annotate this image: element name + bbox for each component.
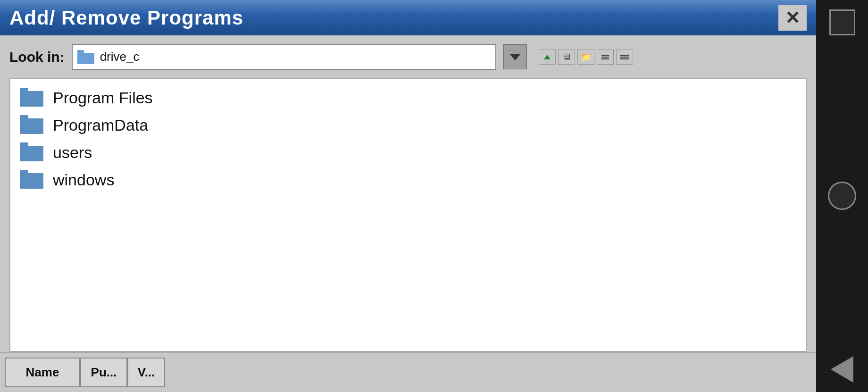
toolbar-icons: 🖥 📁 (539, 50, 633, 65)
new-folder-button[interactable]: 📁 (577, 50, 594, 65)
toolbar: Look in: drive_c (0, 35, 816, 78)
details-view-button[interactable] (616, 50, 633, 65)
up-arrow-icon (544, 55, 551, 59)
file-list[interactable]: Program Files ProgramData users (9, 78, 807, 352)
folder-name: ProgramData (53, 116, 148, 134)
list-item[interactable]: users (10, 139, 806, 166)
folder-name: users (53, 143, 92, 162)
desktop-button[interactable]: 🖥 (558, 50, 575, 65)
folder-icon (20, 115, 44, 135)
list-item[interactable]: windows (10, 166, 806, 193)
back-button[interactable] (831, 356, 853, 383)
folder-name: windows (53, 171, 114, 189)
look-in-label: Look in: (9, 49, 65, 65)
list-item[interactable]: ProgramData (10, 111, 806, 139)
dropdown-arrow-icon (509, 54, 521, 60)
list-view-icon (601, 55, 609, 59)
dropdown-arrow-button[interactable] (503, 44, 527, 69)
new-folder-icon: 📁 (581, 52, 591, 62)
square-button[interactable] (829, 9, 855, 35)
details-view-icon (620, 55, 629, 59)
up-folder-button[interactable] (539, 50, 556, 65)
status-bar: Name Pu... V... (0, 352, 816, 392)
col-name[interactable]: Name (5, 358, 80, 387)
title-bar: Add/ Remove Programs ✕ (0, 0, 816, 35)
dialog-wrapper: Add/ Remove Programs ✕ Look in: drive_c (0, 0, 868, 392)
add-remove-programs-dialog: Add/ Remove Programs ✕ Look in: drive_c (0, 0, 816, 392)
current-folder-text: drive_c (100, 50, 491, 64)
folder-icon (20, 88, 44, 108)
dialog-title: Add/ Remove Programs (9, 7, 243, 29)
list-item[interactable]: Program Files (10, 84, 806, 111)
right-panel (816, 0, 868, 392)
col-publisher[interactable]: Pu... (80, 358, 127, 387)
look-in-dropdown[interactable]: drive_c (72, 44, 496, 70)
folder-name: Program Files (53, 89, 153, 107)
folder-icon (20, 170, 44, 190)
close-button[interactable]: ✕ (778, 5, 807, 31)
col-version[interactable]: V... (127, 358, 165, 387)
desktop-icon: 🖥 (562, 52, 571, 62)
folder-icon (77, 50, 95, 64)
folder-icon (20, 142, 44, 162)
list-view-button[interactable] (597, 50, 614, 65)
circle-button[interactable] (828, 182, 856, 210)
